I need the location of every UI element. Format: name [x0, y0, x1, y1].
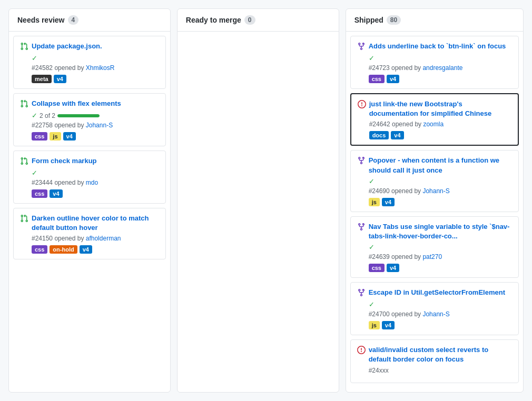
card-number-row: #24642 opened by zoomla: [369, 121, 511, 128]
pr-open-icon: [20, 99, 28, 108]
card[interactable]: Adds underline back to `btn-link` on foc…: [350, 36, 519, 89]
card[interactable]: Escape ID in Util.getSelectorFromElement…: [350, 282, 519, 335]
label: v4: [80, 245, 92, 254]
card-progress-row: ✓ 2 of 2: [32, 112, 159, 119]
pr-number: #24642: [369, 121, 390, 128]
card-title-link[interactable]: Escape ID in Util.getSelectorFromElement: [369, 288, 505, 297]
column-header-ready-to-merge: Ready to merge 0: [178, 9, 339, 32]
check-icon: ✓: [32, 112, 37, 119]
card-number-row: #24723 opened by andresgalante: [369, 64, 512, 72]
check-icon: ✓: [32, 54, 37, 62]
card-number-row: #22758 opened by Johann-S: [32, 122, 159, 129]
column-shipped: Shipped 80 Adds underline back to `btn-l…: [346, 8, 524, 393]
card-labels-row: docsv4: [369, 131, 511, 139]
column-title: Shipped: [354, 16, 383, 24]
column-needs-review: Needs review 4 Update package.json.✓#245…: [8, 8, 171, 393]
card-labels-row: cssv4: [369, 75, 512, 83]
pr-number: #24582: [32, 64, 53, 72]
card-number-row: #24639 opened by pat270: [369, 253, 512, 260]
pr-author: Johann-S: [86, 122, 113, 129]
pr-status-icon: [20, 214, 28, 224]
pr-author: andresgalante: [422, 64, 462, 72]
check-icon: ✓: [369, 54, 375, 62]
card-title-row: Nav Tabs use single variable to style `$…: [357, 222, 512, 241]
card[interactable]: Darken outline hover color to match defa…: [13, 208, 166, 259]
pr-open-icon: [20, 214, 28, 223]
column-header-needs-review: Needs review 4: [9, 9, 170, 32]
card[interactable]: just link-the new Bootstrap's documentat…: [350, 93, 519, 146]
label: css: [369, 264, 385, 272]
card-title-row: Popover - when content is a function we …: [357, 156, 512, 175]
card-title-link[interactable]: Darken outline hover color to match defa…: [32, 214, 159, 233]
pr-author: Johann-S: [422, 310, 449, 318]
card-check-row: ✓: [369, 300, 512, 308]
label: v4: [382, 198, 395, 206]
column-body-shipped: Adds underline back to `btn-link` on foc…: [346, 32, 523, 392]
pr-author: pat270: [422, 253, 442, 260]
column-ready-to-merge: Ready to merge 0: [177, 8, 339, 393]
check-icon: ✓: [369, 243, 375, 251]
card-check-row: ✓: [32, 169, 159, 177]
card[interactable]: Update package.json.✓#24582 opened by Xh…: [13, 36, 166, 89]
card-title-link[interactable]: Popover - when content is a function we …: [369, 156, 512, 175]
card-number-row: #24xxx: [369, 367, 512, 374]
pr-author: zoomla: [423, 121, 444, 128]
pr-number: #24690: [369, 187, 390, 195]
pr-status-icon: [20, 157, 28, 167]
card-title-link[interactable]: valid/invalid custom select reverts to d…: [369, 345, 512, 364]
card[interactable]: Popover - when content is a function we …: [350, 150, 519, 212]
pr-status-icon: [357, 42, 366, 52]
card-title-row: Adds underline back to `btn-link` on foc…: [357, 42, 512, 52]
label: css: [32, 132, 47, 141]
card-labels-row: cssv4: [32, 189, 159, 198]
progress-bar: [57, 114, 100, 117]
label: v4: [387, 75, 399, 83]
card-labels-row: jsv4: [369, 321, 512, 329]
card-labels-row: csson-holdv4: [32, 245, 159, 254]
card-title-row: Darken outline hover color to match defa…: [20, 214, 159, 233]
card-title-link[interactable]: Update package.json.: [32, 42, 102, 51]
card[interactable]: Form check markup✓#23444 opened by mdocs…: [13, 151, 166, 204]
card-number-row: #24690 opened by Johann-S: [369, 187, 512, 195]
pr-number: #24700: [369, 310, 390, 318]
label: css: [32, 189, 47, 198]
label: meta: [32, 75, 52, 83]
card-number-row: #23444 opened by mdo: [32, 179, 159, 186]
card-title-link[interactable]: Form check markup: [32, 156, 97, 166]
card[interactable]: valid/invalid custom select reverts to d…: [350, 339, 519, 383]
pr-number: #24639: [369, 253, 390, 260]
pr-number: #23444: [32, 179, 53, 186]
card-title-link[interactable]: Nav Tabs use single variable to style `$…: [369, 222, 512, 241]
card[interactable]: Nav Tabs use single variable to style `$…: [350, 216, 519, 278]
pr-status-icon: [357, 223, 366, 233]
card-number-row: #24150 opened by afholderman: [32, 235, 159, 242]
label: js: [369, 321, 380, 329]
pr-status-icon: [357, 346, 366, 356]
card-title-row: Collapse with flex elements: [20, 99, 159, 109]
progress-fraction: 2 of 2: [40, 112, 55, 119]
card[interactable]: Collapse with flex elements ✓ 2 of 2 #22…: [13, 93, 166, 146]
label: css: [32, 245, 47, 254]
card-labels-row: cssjsv4: [32, 132, 159, 141]
column-count: 4: [68, 15, 79, 25]
label: v4: [391, 131, 403, 139]
card-title-link[interactable]: just link-the new Bootstrap's documentat…: [369, 99, 511, 118]
check-icon: ✓: [32, 169, 37, 177]
column-count: 0: [244, 15, 255, 25]
pr-status-icon: [357, 156, 366, 166]
label: js: [50, 132, 61, 141]
column-count: 80: [387, 15, 401, 25]
pr-open-icon: [20, 157, 28, 165]
column-title: Needs review: [17, 16, 65, 24]
card-title-link[interactable]: Collapse with flex elements: [32, 99, 121, 108]
column-body-needs-review: Update package.json.✓#24582 opened by Xh…: [9, 32, 170, 392]
card-title-row: Escape ID in Util.getSelectorFromElement: [357, 288, 512, 298]
pr-number: #24150: [32, 235, 53, 242]
merge-icon: [357, 288, 366, 297]
pr-author: XhmikosR: [86, 64, 115, 72]
column-title: Ready to merge: [186, 16, 241, 24]
card-title-link[interactable]: Adds underline back to `btn-link` on foc…: [369, 42, 506, 51]
pr-error-icon: [357, 346, 366, 354]
label: v4: [63, 132, 76, 141]
label: js: [369, 198, 380, 206]
